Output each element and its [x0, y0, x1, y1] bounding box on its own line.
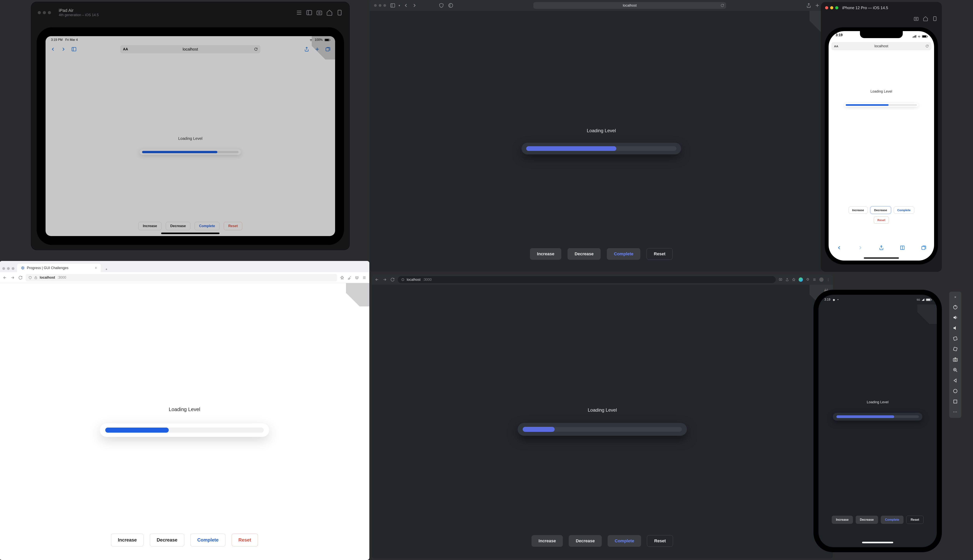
devtools-icon[interactable]: [813, 278, 816, 282]
minimize-dot[interactable]: [43, 11, 46, 14]
reset-button[interactable]: Reset: [647, 535, 673, 547]
url-bar[interactable]: localhost: [533, 2, 726, 9]
tab-close-icon[interactable]: ×: [95, 266, 97, 270]
close-dot[interactable]: [38, 11, 41, 14]
share-icon[interactable]: [786, 278, 789, 282]
extensions-icon[interactable]: [806, 278, 809, 282]
complete-button[interactable]: Complete: [894, 207, 914, 214]
home-circle-icon[interactable]: [953, 388, 958, 394]
share-icon[interactable]: [806, 3, 811, 8]
decrease-button[interactable]: Decrease: [568, 248, 601, 260]
forward-icon[interactable]: [383, 277, 387, 282]
reset-button[interactable]: Reset: [647, 248, 673, 260]
home-icon[interactable]: [923, 16, 928, 22]
reset-button[interactable]: Reset: [906, 516, 924, 524]
home-icon[interactable]: [326, 9, 333, 16]
close-dot[interactable]: [374, 4, 377, 7]
complete-button[interactable]: Complete: [195, 222, 219, 230]
share-icon[interactable]: [879, 245, 884, 250]
pocket-icon[interactable]: [355, 276, 359, 280]
shield-icon[interactable]: [439, 3, 444, 8]
url-field[interactable]: AA localhost: [831, 42, 931, 50]
info-icon[interactable]: [401, 278, 405, 281]
reload-icon[interactable]: [721, 4, 724, 7]
increase-button[interactable]: Increase: [530, 248, 561, 260]
camera-icon[interactable]: [953, 357, 958, 362]
rotate-icon[interactable]: [336, 9, 343, 16]
back-icon[interactable]: [3, 275, 7, 280]
zoom-icon[interactable]: [953, 367, 958, 373]
back-triangle-icon[interactable]: [953, 378, 958, 383]
screenshot-icon[interactable]: [316, 9, 323, 16]
eyedropper-icon[interactable]: [348, 276, 351, 280]
screenshot-icon[interactable]: [913, 16, 919, 22]
rotate-icon[interactable]: [932, 16, 938, 22]
reset-button[interactable]: Reset: [874, 217, 889, 223]
complete-button[interactable]: Complete: [608, 535, 641, 547]
increase-button[interactable]: Increase: [848, 207, 868, 214]
back-icon[interactable]: [836, 245, 842, 250]
reset-button[interactable]: Reset: [232, 533, 258, 547]
more-icon[interactable]: ⋯: [953, 409, 958, 414]
zoom-dot[interactable]: [835, 6, 838, 9]
decrease-button[interactable]: Decrease: [856, 516, 878, 524]
url-field[interactable]: AA localhost: [120, 45, 260, 53]
home-indicator[interactable]: [864, 257, 899, 258]
volume-up-icon[interactable]: [953, 315, 958, 320]
sidebar-icon[interactable]: [390, 3, 395, 8]
increase-button[interactable]: Increase: [111, 533, 144, 547]
tabs-icon[interactable]: [921, 245, 926, 250]
new-tab-icon[interactable]: [814, 3, 820, 8]
install-app-icon[interactable]: [779, 278, 782, 282]
zoom-dot[interactable]: [48, 11, 51, 14]
reset-button[interactable]: Reset: [224, 222, 242, 230]
lock-open-icon[interactable]: [34, 276, 37, 279]
bookmark-star-icon[interactable]: [792, 278, 796, 282]
back-icon[interactable]: [375, 277, 379, 282]
minimize-dot[interactable]: [379, 4, 381, 7]
profile-avatar[interactable]: [819, 277, 824, 282]
active-tab[interactable]: Progress | GUI Challenges ×: [17, 264, 101, 272]
chevron-down-icon[interactable]: ▾: [398, 4, 400, 7]
decrease-button[interactable]: Decrease: [150, 533, 184, 547]
close-dot[interactable]: [825, 6, 828, 9]
forward-icon[interactable]: [61, 47, 66, 52]
minimize-dot[interactable]: [7, 267, 10, 270]
share-icon[interactable]: [304, 47, 309, 52]
theme-icon[interactable]: [448, 3, 453, 8]
overview-square-icon[interactable]: [953, 399, 958, 404]
complete-button[interactable]: Complete: [191, 533, 225, 547]
minimize-dot[interactable]: [830, 6, 833, 9]
decrease-button[interactable]: Decrease: [569, 535, 602, 547]
increase-button[interactable]: Increase: [532, 535, 563, 547]
zoom-dot[interactable]: [383, 4, 386, 7]
home-indicator[interactable]: [161, 233, 219, 234]
bookmark-star-icon[interactable]: [340, 276, 344, 280]
quick-settings-icon[interactable]: [296, 9, 303, 16]
reload-icon[interactable]: [390, 277, 395, 282]
sidebar-icon[interactable]: [306, 9, 313, 16]
back-icon[interactable]: [403, 3, 409, 8]
url-bar[interactable]: localhost:3000: [398, 276, 776, 283]
url-bar[interactable]: localhost:3000: [26, 274, 337, 282]
forward-icon[interactable]: [412, 3, 417, 8]
increase-button[interactable]: Increase: [138, 222, 162, 230]
reader-aa-icon[interactable]: AA: [834, 45, 838, 48]
forward-icon[interactable]: [10, 275, 15, 280]
rotate-left-icon[interactable]: [953, 336, 958, 341]
extension-icon[interactable]: [799, 277, 803, 282]
reader-aa-icon[interactable]: AA: [123, 47, 128, 51]
back-icon[interactable]: [50, 47, 56, 52]
new-tab-button[interactable]: +: [104, 267, 109, 272]
sidebar-icon[interactable]: [71, 47, 77, 52]
menu-icon[interactable]: [362, 276, 366, 280]
complete-button[interactable]: Complete: [607, 248, 640, 260]
decrease-button[interactable]: Decrease: [166, 222, 190, 230]
complete-button[interactable]: Complete: [881, 516, 904, 524]
decrease-button[interactable]: Decrease: [871, 207, 891, 214]
reload-icon[interactable]: [18, 275, 23, 280]
zoom-dot[interactable]: [12, 267, 14, 270]
power-icon[interactable]: [953, 304, 958, 310]
bookmarks-icon[interactable]: [899, 245, 905, 250]
reload-icon[interactable]: [254, 47, 257, 51]
